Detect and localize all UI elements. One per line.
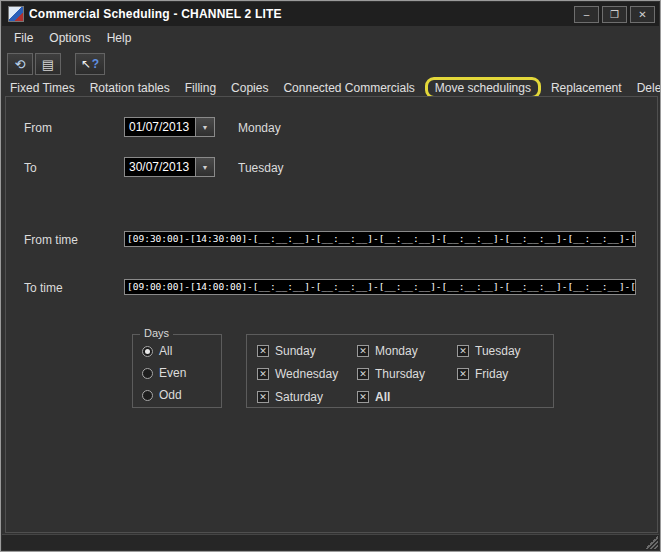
to-date-combo[interactable]: 30/07/2013 ▼ (124, 157, 215, 177)
checkbox-label: Thursday (375, 367, 425, 381)
checkbox-label: Saturday (275, 390, 323, 404)
from-date-dropdown-button[interactable]: ▼ (195, 118, 214, 136)
radio-label: Even (159, 366, 186, 380)
menu-options[interactable]: Options (41, 28, 98, 48)
tab-fixed-times[interactable]: Fixed Times (10, 81, 75, 95)
close-button[interactable]: ✕ (630, 6, 655, 23)
checkbox-label: Monday (375, 344, 418, 358)
chevron-down-icon: ▼ (202, 124, 209, 131)
resize-grip[interactable] (645, 536, 658, 549)
tab-delete[interactable]: Delete (637, 81, 661, 95)
from-time-input[interactable]: [09:30:00]-[14:30:00]-[__:__:__]-[__:__:… (124, 231, 636, 247)
checkbox-mark-icon[interactable]: ✕ (457, 345, 469, 357)
checkbox-label: Tuesday (475, 344, 521, 358)
radio-button-icon[interactable] (142, 368, 153, 379)
checkbox-mark-icon[interactable]: ✕ (357, 345, 369, 357)
checkbox-mark-icon[interactable]: ✕ (257, 368, 269, 380)
radio-button-icon[interactable] (142, 346, 153, 357)
checkbox-mark-icon[interactable]: ✕ (457, 368, 469, 380)
from-date-value[interactable]: 01/07/2013 (125, 118, 195, 136)
checkbox-sunday[interactable]: ✕ Sunday (257, 344, 316, 358)
radio-even[interactable]: Even (142, 366, 186, 380)
move-schedulings-panel: From 01/07/2013 ▼ Monday To 30/07/2013 ▼… (5, 96, 658, 533)
from-time-label: From time (24, 233, 78, 247)
to-time-input[interactable]: [09:00:00]-[14:00:00]-[__:__:__]-[__:__:… (124, 279, 636, 295)
maximize-button[interactable]: ❐ (602, 6, 627, 23)
to-label: To (24, 161, 37, 175)
chevron-down-icon: ▼ (202, 164, 209, 171)
schedule-button[interactable]: ⟲ (7, 53, 33, 75)
app-icon (8, 6, 24, 22)
radio-odd[interactable]: Odd (142, 388, 182, 402)
checkbox-thursday[interactable]: ✕ Thursday (357, 367, 425, 381)
tab-connected-commercials[interactable]: Connected Commercials (283, 81, 414, 95)
from-date-combo[interactable]: 01/07/2013 ▼ (124, 117, 215, 137)
radio-all[interactable]: All (142, 344, 172, 358)
question-mark-icon: ? (92, 57, 99, 71)
to-date-dropdown-button[interactable]: ▼ (195, 158, 214, 176)
checkbox-monday[interactable]: ✕ Monday (357, 344, 418, 358)
checkbox-mark-icon[interactable]: ✕ (357, 391, 369, 403)
checkbox-all-days[interactable]: ✕ All (357, 390, 390, 404)
checkbox-label: Sunday (275, 344, 316, 358)
tab-copies[interactable]: Copies (231, 81, 268, 95)
checkbox-label: Wednesday (275, 367, 338, 381)
from-label: From (24, 121, 52, 135)
tab-rotation-tables[interactable]: Rotation tables (90, 81, 170, 95)
days-group-title: Days (140, 327, 173, 339)
checkbox-label: All (375, 390, 390, 404)
checkbox-mark-icon[interactable]: ✕ (257, 345, 269, 357)
radio-label: Odd (159, 388, 182, 402)
context-help-button[interactable]: ↖ ? (75, 53, 105, 75)
checkbox-wednesday[interactable]: ✕ Wednesday (257, 367, 338, 381)
days-group-box: Days All Even Odd (132, 334, 222, 408)
minimize-button[interactable]: – (574, 6, 599, 23)
menu-bar: File Options Help (2, 26, 659, 50)
title-bar: Commercial Scheduling - CHANNEL 2 LITE –… (2, 2, 659, 26)
tab-filling[interactable]: Filling (185, 81, 216, 95)
report-button[interactable]: ▤ (35, 53, 61, 75)
context-help-icon: ↖ (81, 57, 91, 71)
from-day-name: Monday (238, 121, 281, 135)
schedule-clock-icon: ⟲ (15, 57, 26, 72)
toolbar: ⟲ ▤ ↖ ? (2, 50, 659, 78)
menu-file[interactable]: File (6, 28, 41, 48)
checkbox-friday[interactable]: ✕ Friday (457, 367, 508, 381)
tab-bar: Fixed Times Rotation tables Filling Copi… (5, 78, 656, 97)
checkbox-mark-icon[interactable]: ✕ (357, 368, 369, 380)
to-day-name: Tuesday (238, 161, 284, 175)
window-title: Commercial Scheduling - CHANNEL 2 LITE (29, 7, 282, 21)
checkbox-tuesday[interactable]: ✕ Tuesday (457, 344, 521, 358)
checkbox-label: Friday (475, 367, 508, 381)
to-time-label: To time (24, 281, 63, 295)
menu-help[interactable]: Help (99, 28, 140, 48)
tab-replacement[interactable]: Replacement (551, 81, 622, 95)
to-date-value[interactable]: 30/07/2013 (125, 158, 195, 176)
checkbox-saturday[interactable]: ✕ Saturday (257, 390, 323, 404)
radio-label: All (159, 344, 172, 358)
report-list-icon: ▤ (42, 57, 54, 72)
status-bar (2, 534, 659, 550)
app-window: Commercial Scheduling - CHANNEL 2 LITE –… (0, 0, 661, 552)
day-checkboxes-box: ✕ Sunday ✕ Monday ✕ Tuesday ✕ Wednesday … (246, 334, 554, 408)
radio-button-icon[interactable] (142, 390, 153, 401)
checkbox-mark-icon[interactable]: ✕ (257, 391, 269, 403)
